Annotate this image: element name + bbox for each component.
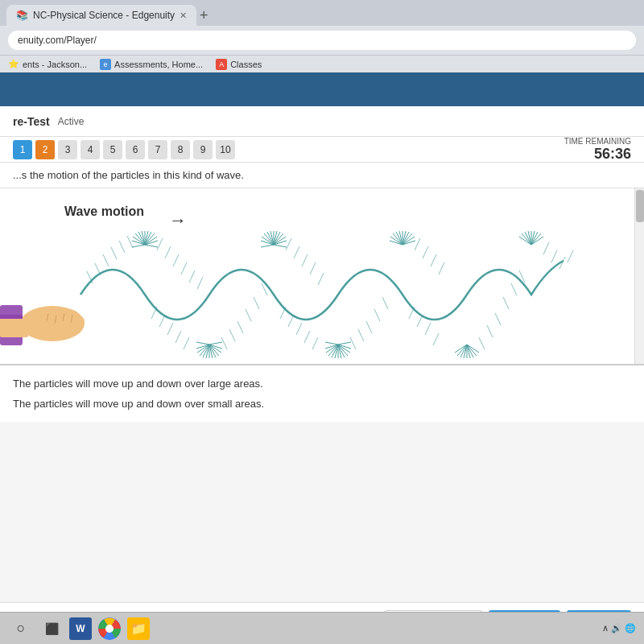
svg-line-91	[181, 262, 187, 275]
tray-icons: ∧ 🔊 🌐	[602, 623, 636, 634]
bookmark-icon-students: ⭐	[8, 59, 19, 69]
answer-choice-1[interactable]: The particles will move up and down over…	[13, 374, 631, 394]
svg-line-117	[366, 321, 372, 333]
svg-line-109	[318, 273, 324, 285]
content-area: ...s the motion of the particles in this…	[0, 163, 644, 602]
address-bar: enuity.com/Player/	[0, 26, 644, 55]
pretest-header: re-Test Active	[0, 106, 644, 137]
question-nav: 1 2 3 4 5 6 7 8 9 10 TIME REMAINING 56:3…	[0, 137, 644, 163]
svg-line-110	[280, 307, 286, 319]
svg-line-94	[151, 307, 157, 319]
tab-close[interactable]: ✕	[180, 10, 187, 21]
q-num-8[interactable]: 8	[171, 140, 190, 159]
taskbar-chrome-icon[interactable]	[98, 617, 121, 640]
svg-line-137	[568, 250, 573, 262]
bookmarks-bar: ⭐ ents - Jackson... e Assessments, Home.…	[0, 55, 644, 72]
answer-1-text: The particles will move up and down over…	[13, 378, 263, 390]
svg-line-100	[229, 329, 235, 341]
svg-line-120	[415, 238, 420, 250]
top-nav-bar	[0, 72, 644, 106]
svg-line-96	[167, 323, 173, 335]
svg-line-87	[127, 236, 133, 248]
svg-line-38	[261, 245, 274, 247]
svg-line-122	[431, 254, 436, 266]
scroll-thumb[interactable]	[636, 190, 644, 222]
svg-rect-145	[0, 317, 28, 337]
svg-line-86	[119, 241, 125, 253]
taskbar-cortana[interactable]: ⬛	[40, 617, 63, 640]
svg-line-52	[338, 342, 351, 345]
svg-line-118	[374, 309, 380, 321]
time-remaining-label: TIME REMAINING	[564, 137, 631, 146]
svg-line-125	[417, 315, 423, 327]
svg-line-131	[503, 297, 509, 309]
svg-line-26	[209, 342, 222, 345]
svg-line-119	[382, 297, 388, 309]
time-remaining-value: 56:36	[564, 146, 631, 163]
url-display[interactable]: enuity.com/Player/	[8, 31, 636, 50]
taskbar-word-icon[interactable]: W	[69, 617, 92, 640]
svg-line-84	[103, 254, 109, 266]
svg-line-135	[551, 250, 557, 262]
q-num-4[interactable]: 4	[80, 140, 100, 159]
tab-favicon: 📚	[16, 10, 28, 21]
svg-line-106	[294, 246, 299, 258]
svg-line-107	[302, 254, 308, 266]
svg-line-128	[479, 337, 485, 349]
q-num-7[interactable]: 7	[148, 140, 167, 159]
svg-line-126	[425, 323, 431, 335]
svg-line-93	[197, 277, 203, 289]
svg-line-113	[304, 331, 310, 343]
q-num-6[interactable]: 6	[126, 140, 145, 159]
q-num-5[interactable]: 5	[103, 140, 122, 159]
q-num-2[interactable]: 2	[35, 140, 55, 159]
svg-line-132	[511, 283, 517, 295]
svg-line-39	[274, 245, 287, 247]
svg-line-97	[175, 331, 181, 343]
taskbar-right: ∧ 🔊 🌐	[602, 623, 636, 634]
bookmark-icon-classes: A	[216, 59, 227, 70]
svg-line-129	[487, 325, 493, 337]
scrollbar[interactable]	[634, 188, 644, 364]
q-num-3[interactable]: 3	[58, 140, 77, 159]
svg-line-124	[409, 307, 415, 319]
active-tab[interactable]: 📚 NC-Physical Science - Edgenuity ✕	[6, 5, 196, 26]
tab-bar: 📚 NC-Physical Science - Edgenuity ✕ +	[0, 0, 644, 26]
svg-line-102	[246, 309, 251, 321]
svg-line-116	[358, 329, 364, 341]
svg-line-105	[286, 238, 291, 250]
bookmark-assessments[interactable]: e Assessments, Home...	[100, 59, 203, 70]
svg-rect-146	[0, 315, 23, 319]
svg-line-134	[543, 242, 549, 254]
q-num-10[interactable]: 10	[216, 140, 235, 159]
answer-2-text: The particles will move up and down over…	[13, 398, 264, 410]
svg-line-92	[189, 270, 195, 283]
svg-line-51	[325, 342, 338, 345]
svg-line-88	[157, 238, 163, 250]
app-container: re-Test Active 1 2 3 4 5 6 7 8 9 10 TIME…	[0, 72, 644, 644]
bookmark-icon-assessments: e	[100, 59, 111, 70]
bookmark-classes[interactable]: A Classes	[216, 59, 262, 70]
svg-line-83	[95, 263, 101, 275]
svg-line-115	[350, 337, 356, 349]
bookmark-students[interactable]: ⭐ ents - Jackson...	[8, 59, 87, 69]
svg-line-89	[165, 246, 171, 258]
browser-chrome: 📚 NC-Physical Science - Edgenuity ✕ + en…	[0, 0, 644, 72]
q-num-9[interactable]: 9	[193, 140, 213, 159]
svg-line-123	[439, 262, 444, 275]
question-text: ...s the motion of the particles in this…	[0, 163, 644, 188]
svg-line-98	[184, 337, 189, 349]
time-remaining-block: TIME REMAINING 56:36	[564, 137, 631, 163]
q-num-1[interactable]: 1	[13, 140, 32, 159]
taskbar-folder-icon[interactable]: 📁	[127, 617, 150, 640]
taskbar-search-button[interactable]: ○	[8, 619, 34, 638]
svg-line-12	[132, 245, 145, 247]
answer-choice-2[interactable]: The particles will move up and down over…	[13, 394, 631, 414]
wave-svg	[0, 229, 596, 361]
svg-line-85	[111, 247, 117, 259]
svg-line-114	[312, 337, 318, 349]
active-status: Active	[58, 116, 85, 127]
pretest-title-area: re-Test Active	[13, 115, 84, 128]
svg-line-130	[495, 313, 501, 325]
new-tab-button[interactable]: +	[200, 7, 208, 26]
